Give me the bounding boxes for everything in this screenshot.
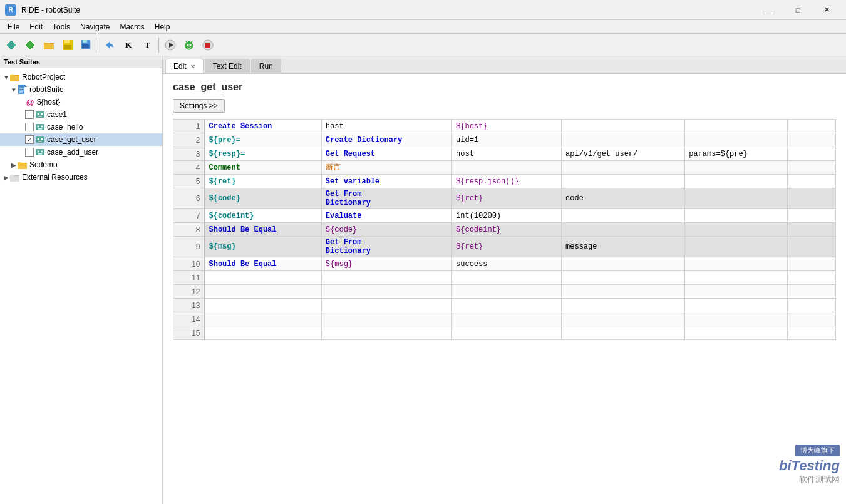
grid-cell[interactable] [321, 271, 451, 285]
debug-button[interactable] [180, 36, 198, 54]
grid-cell[interactable] [452, 271, 562, 285]
expand-robot-suite[interactable]: ▼ [10, 86, 18, 93]
grid-cell[interactable] [205, 326, 322, 340]
expand-sedemo[interactable]: ▶ [10, 161, 18, 168]
grid-cell[interactable] [452, 285, 562, 299]
grid-cell[interactable] [685, 257, 788, 271]
tab-close-edit[interactable]: ✕ [190, 63, 195, 70]
grid-cell[interactable] [562, 133, 685, 147]
grid-cell[interactable] [562, 299, 685, 312]
grid-cell[interactable] [788, 209, 836, 223]
grid-cell[interactable]: ${codeint} [205, 209, 322, 223]
grid-cell[interactable]: params=${pre} [685, 147, 788, 161]
grid-cell[interactable] [788, 175, 836, 188]
save-button[interactable] [59, 36, 76, 54]
grid-cell[interactable]: success [452, 257, 562, 271]
grid-cell[interactable]: host [321, 120, 451, 133]
grid-cell[interactable] [685, 209, 788, 223]
checkbox-case1[interactable] [25, 110, 34, 119]
tree-item-external-resources[interactable]: ▶ External Resources [0, 171, 162, 183]
grid-cell[interactable]: ${ret} [452, 188, 562, 209]
grid-cell[interactable] [452, 312, 562, 326]
grid-cell[interactable] [321, 299, 451, 312]
grid-cell[interactable]: ${ret} [205, 175, 322, 188]
tree-item-robot-project[interactable]: ▼ RobotProject [0, 71, 162, 83]
grid-cell[interactable] [562, 223, 685, 237]
menu-item-navigate[interactable]: Navigate [75, 21, 115, 33]
grid-cell[interactable] [685, 271, 788, 285]
grid-cell[interactable]: Get FromDictionary [321, 237, 451, 257]
grid-cell[interactable] [562, 161, 685, 175]
grid-cell[interactable]: ${resp.json()} [452, 175, 562, 188]
checkbox-case-add-user[interactable] [25, 148, 34, 157]
grid-cell[interactable] [205, 271, 322, 285]
tree-item-case-get-user[interactable]: ✓ case_get_user [0, 133, 162, 146]
grid-cell[interactable] [562, 312, 685, 326]
grid-cell[interactable]: ${code} [321, 223, 451, 237]
new-button[interactable] [3, 36, 20, 54]
tab-edit[interactable]: Edit ✕ [165, 59, 204, 73]
minimize-button[interactable]: — [755, 0, 783, 20]
grid-cell[interactable]: host [452, 147, 562, 161]
menu-item-help[interactable]: Help [150, 21, 175, 33]
grid-cell[interactable]: uid=1 [452, 133, 562, 147]
save-all-button[interactable] [78, 36, 95, 54]
tab-text-edit[interactable]: Text Edit [205, 59, 250, 73]
grid-cell[interactable]: Create Session [205, 120, 322, 133]
grid-cell[interactable]: Evaluate [321, 209, 451, 223]
grid-cell[interactable] [562, 257, 685, 271]
grid-cell[interactable] [685, 237, 788, 257]
tree-item-case1[interactable]: case1 [0, 108, 162, 121]
grid-cell[interactable] [685, 326, 788, 340]
grid-cell[interactable] [685, 188, 788, 209]
grid-cell[interactable] [452, 326, 562, 340]
grid-cell[interactable] [685, 223, 788, 237]
grid-cell[interactable] [205, 299, 322, 312]
tree-item-sedemo[interactable]: ▶ Sedemo [0, 158, 162, 171]
grid-cell[interactable] [788, 237, 836, 257]
grid-cell[interactable] [562, 271, 685, 285]
grid-cell[interactable]: Get FromDictionary [321, 188, 451, 209]
grid-cell[interactable]: Should Be Equal [205, 257, 322, 271]
grid-cell[interactable] [788, 133, 836, 147]
grid-cell[interactable]: Create Dictionary [321, 133, 451, 147]
close-button[interactable]: ✕ [812, 0, 841, 20]
k-button[interactable]: K [120, 36, 137, 54]
tree-item-host-var[interactable]: @ ${host} [0, 96, 162, 108]
grid-cell[interactable] [685, 120, 788, 133]
grid-cell[interactable] [205, 312, 322, 326]
settings-button[interactable]: Settings >> [173, 99, 225, 113]
grid-cell[interactable] [562, 285, 685, 299]
tree-item-case-add-user[interactable]: case_add_user [0, 146, 162, 158]
grid-cell[interactable]: ${msg} [321, 257, 451, 271]
grid-cell[interactable] [788, 223, 836, 237]
menu-item-file[interactable]: File [3, 21, 24, 33]
grid-cell[interactable] [788, 271, 836, 285]
grid-cell[interactable] [321, 326, 451, 340]
grid-cell[interactable]: Comment [205, 161, 322, 175]
folder-button[interactable] [40, 36, 58, 54]
grid-cell[interactable] [562, 175, 685, 188]
grid-cell[interactable] [788, 285, 836, 299]
grid-cell[interactable]: ${ret} [452, 237, 562, 257]
grid-cell[interactable] [562, 326, 685, 340]
grid-cell[interactable] [685, 299, 788, 312]
grid-cell[interactable]: ${codeint} [452, 223, 562, 237]
grid-cell[interactable]: ${resp}= [205, 147, 322, 161]
grid-cell[interactable] [788, 299, 836, 312]
expand-external[interactable]: ▶ [3, 173, 10, 181]
maximize-button[interactable]: □ [783, 0, 812, 20]
menu-item-tools[interactable]: Tools [48, 21, 75, 33]
tree-item-robot-suite[interactable]: ▼ robotSuite [0, 83, 162, 96]
grid-cell[interactable] [685, 285, 788, 299]
grid-cell[interactable]: ${pre}= [205, 133, 322, 147]
run-button[interactable] [162, 36, 179, 54]
grid-cell[interactable]: Get Request [321, 147, 451, 161]
menu-item-macros[interactable]: Macros [115, 21, 149, 33]
grid-cell[interactable] [788, 326, 836, 340]
grid-cell[interactable]: message [562, 237, 685, 257]
menu-item-edit[interactable]: Edit [24, 21, 48, 33]
grid-cell[interactable]: int(10200) [452, 209, 562, 223]
grid-cell[interactable] [788, 312, 836, 326]
open-button[interactable] [21, 36, 39, 54]
